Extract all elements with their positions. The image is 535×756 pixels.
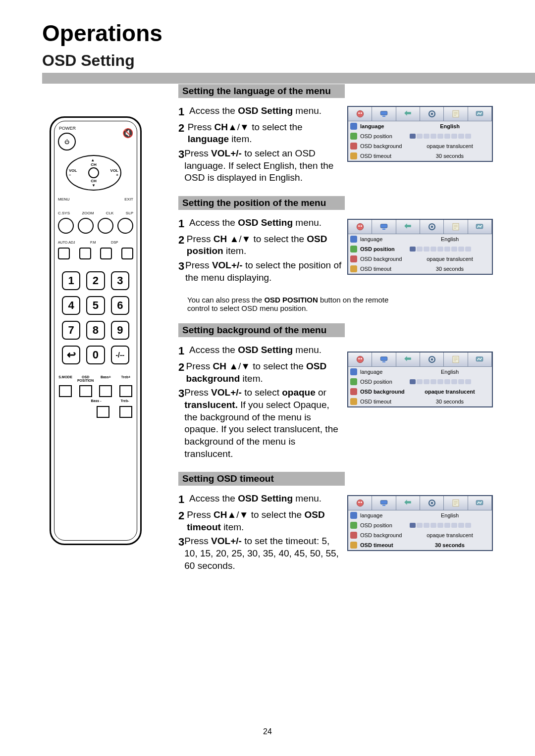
osd-tab-4 [444,107,468,121]
osd-row-icon [350,133,357,140]
svg-point-6 [430,113,433,115]
svg-point-19 [358,358,360,359]
svg-rect-13 [382,229,385,230]
svg-rect-22 [382,361,385,362]
svg-point-29 [360,502,362,503]
osd-row-OSD-background: OSD backgroundopaque translucent [348,387,492,397]
osd-tab-3 [420,353,444,366]
osd-row-icon [350,542,357,549]
svg-rect-31 [382,505,385,506]
mute-icon: 🔇 [122,128,133,139]
key-9: 9 [111,321,129,340]
svg-rect-30 [380,501,387,504]
svg-point-1 [358,112,360,114]
osd-row-language: languageEnglish [348,367,492,377]
osd-menu-preview-0: languageEnglishOSD positionOSD backgroun… [347,106,493,162]
osd-tab-0 [348,496,372,510]
svg-point-2 [360,112,362,114]
osd-row-OSD-background: OSD backgroundopaque translucent [348,254,492,264]
svg-point-0 [357,110,364,117]
osd-menu-preview-3: languageEnglishOSD positionOSD backgroun… [347,495,493,551]
osd-row-icon [350,246,357,252]
key-dash: -/-- [111,346,129,364]
osd-tab-5 [468,220,492,234]
osd-tab-4 [444,353,468,366]
section-divider [42,73,535,84]
osd-row-icon [350,388,357,395]
note: You can also press the OSD POSITION butt… [187,296,395,312]
osd-row-icon [350,398,357,405]
osd-tab-5 [468,496,492,510]
svg-point-11 [360,225,362,227]
menu-exit-row: MENUEXIT [51,197,140,202]
osd-tab-2 [396,107,420,121]
osd-row-icon [350,143,357,150]
osd-tab-3 [420,220,444,234]
osd-tab-0 [348,220,372,234]
osd-row-icon [350,152,357,159]
osd-row-icon [350,236,357,243]
svg-point-24 [430,358,433,361]
power-button-icon: ⏻ [58,133,76,151]
osd-tabs [348,353,492,367]
section-subtitle: OSD Setting [42,51,535,70]
svg-rect-3 [380,111,387,115]
osd-tab-3 [420,496,444,510]
steps: 1Access the OSD Setting menu.2Press CH ▲… [178,344,342,460]
key-return: ↩ [62,346,80,364]
svg-point-27 [357,500,364,506]
svg-rect-21 [380,357,387,361]
osd-row-OSD-background: OSD backgroundopaque translucent [348,530,492,540]
key-3: 3 [111,271,129,290]
osd-tab-0 [348,107,372,121]
osd-tab-5 [468,353,492,366]
row3-buttons [51,248,140,259]
steps: 1Access the OSD Setting menu.2Press CH▲/… [178,105,342,184]
row3-labels: AUTO.ADJP.MDSP [51,241,140,244]
key-1: 1 [62,271,80,290]
osd-row-OSD-background: OSD backgroundopaque translucent [348,141,492,151]
svg-rect-12 [380,224,387,228]
osd-tab-4 [444,496,468,510]
osd-row-OSD-timeout: OSD timeout30 seconds [348,397,492,406]
svg-point-28 [358,502,360,503]
remote-diagram: POWER ⏻ 🔇 ▲CH CH▼ VOL − VOL + MENUEXIT C… [50,116,142,545]
steps: 1Access the OSD Setting menu.2Press CH▲/… [178,493,342,572]
osd-row-icon [350,522,357,529]
osd-tab-2 [396,353,420,366]
bottom-row2-buttons [51,406,140,418]
bottom-row1-buttons [51,385,140,397]
osd-tab-4 [444,220,468,234]
osd-row-OSD-timeout: OSD timeout30 seconds [348,264,492,274]
osd-row-OSD-timeout: OSD timeout30 seconds [348,540,492,550]
section-header-0: Setting the language of the menu [178,84,345,98]
key-7: 7 [62,321,80,340]
osd-tabs [348,107,492,121]
osd-row-language: languageEnglish [348,121,492,131]
svg-point-10 [358,225,360,227]
osd-row-icon [350,532,357,539]
osd-row-icon [350,512,357,519]
osd-menu-preview-1: languageEnglishOSD positionOSD backgroun… [347,219,493,275]
svg-point-20 [360,358,362,359]
osd-row-OSD-position: OSD position [348,244,492,254]
row2-buttons [51,218,140,234]
key-0: 0 [86,346,105,364]
bottom-row2-labels: Bass -Treb- [51,399,140,403]
osd-row-OSD-position: OSD position [348,131,492,141]
osd-row-OSD-position: OSD position [348,377,492,387]
osd-tabs [348,220,492,234]
steps: 1Access the OSD Setting menu.2Press CH ▲… [178,217,342,284]
osd-tab-2 [396,220,420,234]
key-6: 6 [111,296,129,315]
svg-point-18 [357,356,364,363]
section-header-3: Setting OSD timeout [178,472,345,486]
osd-row-icon [350,368,357,375]
osd-tab-1 [372,220,396,234]
osd-tab-5 [468,107,492,121]
nav-pad: ▲CH CH▼ VOL − VOL + [66,155,121,191]
page-title: Operations [42,20,535,47]
osd-tab-2 [396,496,420,510]
osd-row-icon [350,123,357,130]
osd-tab-3 [420,107,444,121]
